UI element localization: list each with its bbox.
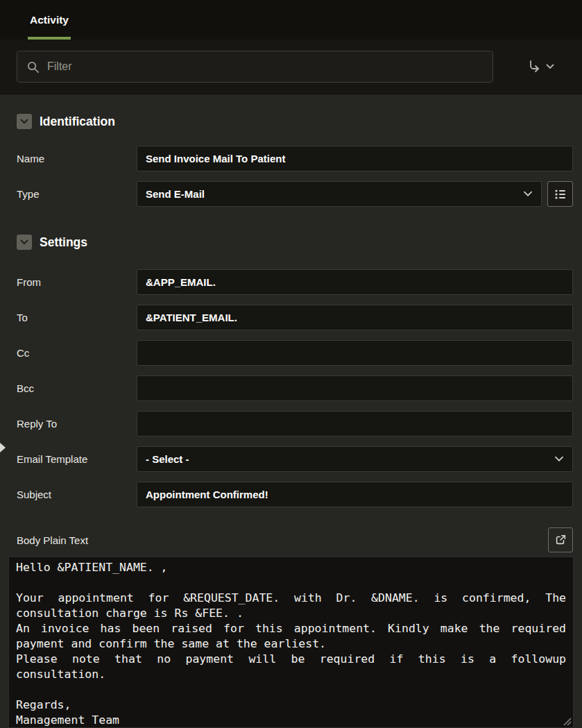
chevron-down-icon [20,239,28,245]
resize-grip-icon[interactable] [562,716,572,726]
body-plain-text-field: Hello &PATIENT_NAME. , Your appointment … [8,557,574,728]
collapse-settings-button[interactable] [17,235,32,250]
field-subject: Subject [0,482,582,507]
property-editor-panel: Activity [0,0,582,728]
field-email-template: Email Template - Select - [0,446,582,472]
reply-to-input[interactable] [137,411,573,437]
panel-splitter-handle[interactable] [0,443,6,452]
field-from: From [0,269,582,295]
reply-to-label: Reply To [17,418,137,430]
subject-input[interactable] [137,482,573,507]
cc-input[interactable] [137,340,573,366]
go-to-group-button[interactable] [522,55,558,78]
section-settings-header: Settings [0,217,582,269]
field-type: Type Send E-Mail [0,181,582,207]
type-select-value: Send E-Mail [146,188,205,200]
body-plain-text-label: Body Plain Text [17,534,88,546]
name-label: Name [17,153,137,164]
collapse-identification-button[interactable] [17,114,32,129]
type-select[interactable]: Send E-Mail [137,181,542,207]
from-input[interactable] [137,269,573,295]
name-input[interactable] [137,146,573,171]
chevron-down-icon [20,119,28,124]
chevron-down-icon [546,64,554,69]
go-to-group-icon [527,59,542,74]
to-input[interactable] [137,305,573,330]
type-label: Type [17,188,137,200]
filter-input[interactable] [47,60,483,73]
field-name: Name [0,146,582,171]
chevron-down-icon [523,191,533,197]
section-identification-header: Identification [0,94,582,146]
tab-activity[interactable]: Activity [28,0,71,40]
subject-label: Subject [17,489,137,500]
body-expand-editor-button[interactable] [548,527,573,552]
list-of-values-icon [554,188,567,201]
email-template-select-value: - Select - [146,453,189,465]
body-plain-text-editor[interactable]: Hello &PATIENT_NAME. , Your appointment … [9,557,573,727]
search-icon [26,60,40,74]
bcc-input[interactable] [137,375,573,401]
type-list-of-values-button[interactable] [547,181,573,207]
field-cc: Cc [0,340,582,366]
section-identification-title: Identification [40,115,115,129]
field-bcc: Bcc [0,375,582,401]
to-label: To [17,312,137,323]
open-in-dialog-icon [554,534,567,546]
field-to: To [0,305,582,330]
tab-activity-label: Activity [30,14,69,26]
email-template-select[interactable]: - Select - [137,446,573,472]
filter-input-wrap [17,51,493,83]
section-settings-title: Settings [40,235,87,250]
tab-bar: Activity [0,0,582,40]
from-label: From [17,276,137,288]
field-body-plain-text-header: Body Plain Text [0,517,582,557]
bcc-label: Bcc [17,382,137,394]
chevron-down-icon [554,456,564,462]
cc-label: Cc [17,347,137,359]
field-reply-to: Reply To [0,411,582,437]
filter-toolbar [0,40,582,94]
email-template-label: Email Template [17,453,137,465]
